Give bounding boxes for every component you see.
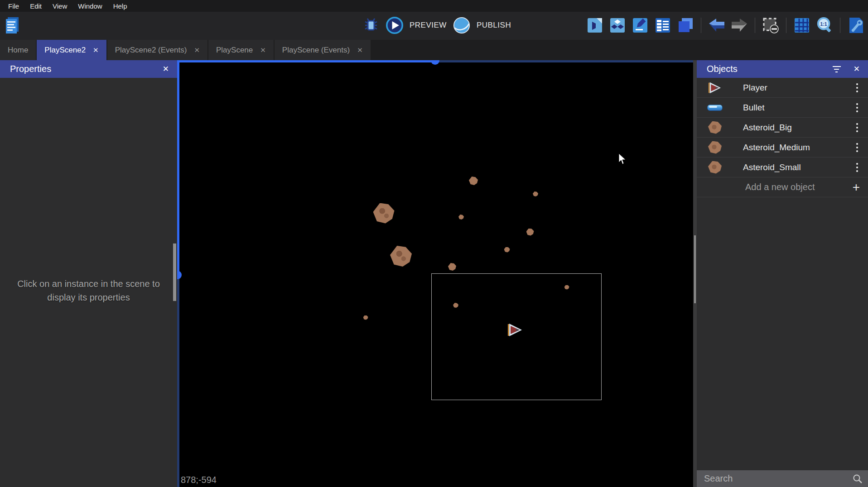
svg-text:1:1: 1:1 (820, 22, 827, 27)
tab-playscene[interactable]: PlayScene✕ (208, 40, 274, 60)
menu-item-view[interactable]: View (47, 2, 72, 10)
debug-icon[interactable] (362, 16, 380, 34)
tab-close-icon[interactable]: ✕ (260, 46, 266, 54)
mouse-cursor-icon (618, 153, 627, 167)
menu-item-edit[interactable]: Edit (24, 2, 47, 10)
preview-button-label[interactable]: PREVIEW (410, 21, 447, 30)
object-row-player[interactable]: Player (697, 78, 868, 98)
menu-item-window[interactable]: Window (72, 2, 107, 10)
object-search-bar (697, 470, 868, 487)
undo-icon[interactable] (708, 16, 725, 34)
menu-item-help[interactable]: Help (108, 2, 133, 10)
open-settings-icon[interactable] (847, 16, 864, 34)
properties-panel-title: Properties (10, 64, 161, 74)
search-icon[interactable] (853, 474, 863, 484)
tab-label: PlayScene (Events) (282, 46, 350, 55)
canvas-vertical-scroll-handle[interactable] (177, 271, 182, 279)
asteroid-instance[interactable] (390, 246, 412, 267)
player-instance[interactable] (506, 323, 524, 339)
cursor-coordinates-label: 878;-594 (181, 475, 217, 485)
menu-item-file[interactable]: File (3, 2, 24, 10)
tab-close-icon[interactable]: ✕ (357, 46, 363, 54)
objects-panel: Objects ✕ PlayerBulletAsteroid_BigAstero… (697, 60, 868, 487)
asteroid-instance[interactable] (363, 315, 368, 320)
editor-tab-bar: HomePlayScene2✕PlayScene2 (Events)✕PlayS… (0, 40, 868, 60)
asteroid-instance[interactable] (533, 191, 538, 196)
toolbar-separator (840, 18, 840, 33)
object-row-asteroid-medium[interactable]: Asteroid_Medium (697, 138, 868, 158)
tab-home[interactable]: Home (0, 40, 36, 60)
object-menu-dots-icon[interactable] (854, 101, 861, 114)
object-name-label: Bullet (743, 103, 854, 113)
scene-canvas[interactable]: 878;-594 (177, 60, 693, 487)
main-toolbar: PREVIEW PUBLISH (0, 12, 868, 40)
asteroid-icon (706, 120, 724, 135)
object-search-input[interactable] (703, 473, 853, 484)
tab-label: Home (8, 46, 28, 55)
add-object-row[interactable]: Add a new object + (697, 177, 868, 197)
edit-scene-properties-icon[interactable] (632, 16, 649, 34)
tab-playscene2[interactable]: PlayScene2✕ (37, 40, 106, 60)
canvas-horizontal-scroll-handle[interactable] (431, 60, 439, 65)
object-row-bullet[interactable]: Bullet (697, 98, 868, 118)
tab-label: PlayScene (216, 46, 253, 55)
edit-events-icon[interactable] (654, 16, 671, 34)
object-menu-dots-icon[interactable] (854, 121, 861, 134)
objects-close-icon[interactable]: ✕ (852, 64, 862, 74)
tab-label: PlayScene2 (Events) (115, 46, 187, 55)
asteroid-icon (706, 140, 724, 155)
preview-play-icon[interactable] (386, 16, 403, 34)
asteroid-instance[interactable] (458, 215, 464, 220)
asteroid-instance[interactable] (448, 263, 456, 271)
filter-icon[interactable] (832, 65, 842, 73)
canvas-right-scroll-thumb[interactable] (694, 235, 696, 303)
properties-panel-header: Properties ✕ (0, 60, 177, 78)
player-icon (706, 80, 724, 95)
plus-icon[interactable]: + (853, 181, 860, 194)
asteroid-instance[interactable] (526, 229, 534, 236)
asteroid-instance[interactable] (373, 203, 395, 224)
asteroid-instance[interactable] (469, 177, 478, 185)
toolbar-separator (701, 18, 701, 33)
object-menu-dots-icon[interactable] (854, 141, 861, 154)
object-name-label: Asteroid_Big (743, 123, 854, 133)
publish-globe-icon[interactable] (453, 16, 470, 34)
toolbar-separator (786, 18, 786, 33)
project-manager-icon[interactable] (4, 16, 21, 34)
objects-panel-header: Objects ✕ (697, 60, 868, 78)
properties-empty-message: Click on an instance in the scene to dis… (13, 277, 164, 304)
toggle-grid-icon[interactable] (793, 16, 810, 34)
object-name-label: Asteroid_Small (743, 162, 854, 172)
tab-playscene2-events[interactable]: PlayScene2 (Events)✕ (107, 40, 207, 60)
asteroid-icon (706, 160, 724, 175)
edit-objects-icon[interactable] (609, 16, 626, 34)
object-name-label: Player (743, 83, 854, 93)
properties-close-icon[interactable]: ✕ (161, 64, 171, 74)
add-object-label: Add a new object (745, 182, 853, 192)
object-row-asteroid-small[interactable]: Asteroid_Small (697, 158, 868, 177)
tab-close-icon[interactable]: ✕ (93, 46, 99, 54)
properties-panel: Properties ✕ Click on an instance in the… (0, 60, 177, 487)
deselect-instances-icon[interactable] (762, 16, 779, 34)
tab-playscene-events[interactable]: PlayScene (Events)✕ (275, 40, 371, 60)
zoom-original-icon[interactable]: 1:1 (816, 16, 833, 34)
asteroid-instance[interactable] (504, 247, 510, 253)
tab-label: PlayScene2 (44, 46, 86, 55)
canvas-right-scrollbar[interactable] (693, 60, 697, 487)
object-menu-dots-icon[interactable] (854, 81, 861, 94)
toolbar-separator (755, 18, 755, 33)
object-list: PlayerBulletAsteroid_BigAsteroid_MediumA… (697, 78, 868, 177)
tab-close-icon[interactable]: ✕ (194, 46, 200, 54)
redo-icon[interactable] (731, 16, 748, 34)
objects-panel-title: Objects (707, 64, 832, 74)
properties-scrollbar[interactable] (173, 244, 176, 301)
layers-icon[interactable] (677, 16, 694, 34)
object-name-label: Asteroid_Medium (743, 143, 854, 153)
menu-bar: FileEditViewWindowHelp (0, 0, 868, 12)
publish-button-label[interactable]: PUBLISH (477, 21, 511, 30)
object-menu-dots-icon[interactable] (854, 161, 861, 174)
bullet-icon (706, 100, 724, 115)
edit-scene-icon[interactable] (586, 16, 603, 34)
object-row-asteroid-big[interactable]: Asteroid_Big (697, 118, 868, 138)
